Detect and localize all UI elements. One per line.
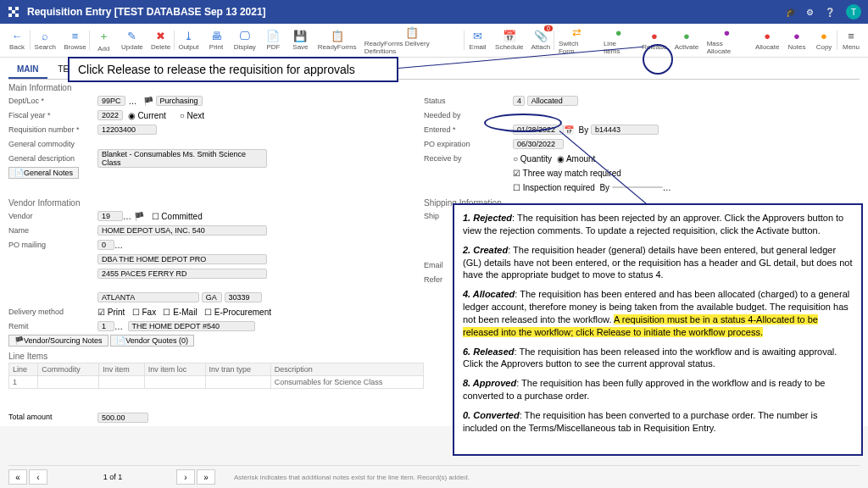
- toolbar-back[interactable]: ←Back: [3, 25, 31, 55]
- pager-pos: 1 of 1: [49, 473, 176, 481]
- total-amount: 500.00: [97, 413, 148, 423]
- allocate-icon: ●: [764, 30, 771, 42]
- dept-loc-val[interactable]: 99PC: [97, 96, 125, 106]
- toolbar-delete[interactable]: ✖Delete: [147, 25, 174, 55]
- output-icon: ⤓: [184, 30, 193, 42]
- add-icon: ＋: [98, 29, 109, 44]
- toolbar-line-items[interactable]: ●Line Items: [599, 25, 638, 55]
- release-icon: ●: [651, 30, 658, 42]
- svg-rect-0: [8, 7, 12, 10]
- line-items-table: Line Commodity Inv item Inv item loc Inv…: [8, 363, 424, 389]
- toolbar-print[interactable]: 🖶Print: [203, 25, 230, 55]
- app-logo-icon: [7, 5, 20, 19]
- menu-icon: ≡: [848, 30, 854, 42]
- toolbar-menu[interactable]: ≡Menu: [837, 25, 865, 55]
- delete-icon: ✖: [156, 30, 165, 42]
- toolbar-mass-allocate[interactable]: ●Mass Allocate: [703, 25, 752, 55]
- reqnum-label: Requisition number *: [8, 125, 97, 134]
- window-title: Requisition Entry [TEST DATABASE Sep 13 …: [27, 6, 777, 18]
- poexp-label: PO expiration: [424, 140, 513, 148]
- table-row[interactable]: 1 Consumables for Science Class: [9, 376, 424, 389]
- activate-icon: ●: [683, 30, 690, 42]
- toolbar-schedule[interactable]: 📅Schedule: [492, 25, 527, 55]
- toolbar-attach[interactable]: 📎Attach0: [527, 25, 554, 55]
- general-notes-button[interactable]: 📄 General Notes: [8, 167, 79, 179]
- back-icon: ←: [12, 30, 23, 42]
- vendor-notes-button[interactable]: 🏴 Vendor/Sourcing Notes: [8, 335, 108, 347]
- notes-icon: ●: [793, 30, 800, 42]
- status-text: Allocated: [527, 96, 578, 106]
- vendor-label: Vendor: [8, 212, 97, 220]
- flag-icon[interactable]: 🏴: [134, 212, 144, 221]
- callout-release: Click Release to release the requisition…: [68, 57, 398, 82]
- entered-date[interactable]: 01/28/2022: [513, 125, 564, 135]
- dept-loc-label: Dept/Loc *: [8, 97, 97, 105]
- schedule-icon: 📅: [503, 30, 516, 42]
- pager-first[interactable]: «: [8, 469, 27, 485]
- svg-rect-1: [15, 7, 19, 10]
- line-items-icon: ●: [615, 26, 622, 39]
- toolbar-save[interactable]: 💾Save: [287, 25, 314, 55]
- toolbar-allocate[interactable]: ●Allocate: [751, 25, 783, 55]
- settings-icon[interactable]: ⚙: [806, 8, 814, 17]
- email-icon: ✉: [473, 30, 482, 42]
- remit-label: Remit: [8, 322, 97, 330]
- recvby-label: Receive by: [424, 154, 513, 163]
- svg-rect-4: [15, 14, 19, 17]
- toolbar-notes[interactable]: ●Notes: [783, 25, 810, 55]
- flag-icon[interactable]: 🏴: [143, 97, 153, 106]
- academy-icon[interactable]: 🎓: [786, 8, 796, 17]
- name-label: Name: [8, 226, 97, 235]
- entered-by: b14443: [591, 125, 659, 135]
- toolbar-release[interactable]: ●Release: [638, 25, 670, 55]
- mass-allocate-icon: ●: [724, 26, 731, 39]
- toolbar-email[interactable]: ✉Email: [465, 25, 492, 55]
- entered-label: Entered *: [424, 125, 513, 134]
- section-vendor-info: Vendor Information: [8, 198, 424, 208]
- toolbar-output[interactable]: ⤓Output: [175, 25, 203, 55]
- pager-next[interactable]: ›: [176, 469, 195, 485]
- toolbar-readyforms[interactable]: 📋ReadyForms: [314, 25, 359, 55]
- update-icon: ✎: [127, 30, 136, 42]
- toolbar-activate[interactable]: ●Activate: [670, 25, 703, 55]
- fy-val[interactable]: 2022: [97, 110, 123, 120]
- search-icon: ⌕: [42, 30, 48, 42]
- needed-label: Needed by: [424, 111, 513, 119]
- toolbar-pdf[interactable]: 📄PDF: [259, 25, 287, 55]
- reqnum-val[interactable]: 12203400: [97, 125, 157, 135]
- pager-last[interactable]: »: [197, 469, 215, 485]
- toolbar-copy[interactable]: ●Copy: [810, 25, 837, 55]
- toolbar-browse[interactable]: ≡Browse: [60, 25, 91, 55]
- display-icon: 🖵: [239, 30, 250, 42]
- status-label: Status: [424, 97, 513, 105]
- tab-main[interactable]: MAIN: [8, 61, 47, 79]
- gendesc-label: General description: [8, 154, 97, 163]
- vendor-quotes-button[interactable]: 📄 Vendor Quotes (0): [110, 335, 194, 347]
- print-icon: 🖶: [211, 30, 222, 42]
- toolbar-search[interactable]: ⌕Search: [31, 25, 60, 55]
- toolbar-update[interactable]: ✎Update: [117, 25, 147, 55]
- pdf-icon: 📄: [266, 30, 280, 42]
- pomail-label: PO mailing: [8, 241, 97, 249]
- gendesc-val[interactable]: Blanket - Consumables Ms. Smith Science …: [97, 149, 267, 168]
- title-bar: Requisition Entry [TEST DATABASE Sep 13 …: [0, 0, 868, 24]
- toolbar-add[interactable]: ＋Add: [90, 25, 117, 55]
- switch-form-icon: ⇄: [572, 26, 581, 39]
- pager-prev[interactable]: ‹: [29, 469, 47, 485]
- poexp-date[interactable]: 06/30/2022: [513, 139, 564, 149]
- readyforms-delivery-definitions-icon: 📋: [405, 26, 419, 39]
- vendor-code[interactable]: 19: [97, 211, 123, 221]
- toolbar-display[interactable]: 🖵Display: [230, 25, 259, 55]
- toolbar-readyforms-delivery-definitions[interactable]: 📋ReadyForms Delivery Definitions: [360, 25, 465, 55]
- gencomm-label: General commodity: [8, 140, 97, 148]
- vendor-name[interactable]: HOME DEPOT USA, INC. 540: [97, 225, 267, 236]
- pager-footnote: Asterisk indicates that additional notes…: [234, 474, 470, 481]
- save-icon: 💾: [293, 30, 307, 42]
- user-avatar[interactable]: T: [846, 4, 861, 19]
- section-main-info: Main Information: [8, 83, 860, 92]
- help-icon[interactable]: ❔: [825, 8, 835, 17]
- status-info-box: 1. Rejected: The requisition has been re…: [453, 203, 863, 456]
- attach-icon: 📎: [534, 30, 548, 42]
- readyforms-icon: 📋: [331, 30, 344, 42]
- copy-icon: ●: [821, 30, 827, 42]
